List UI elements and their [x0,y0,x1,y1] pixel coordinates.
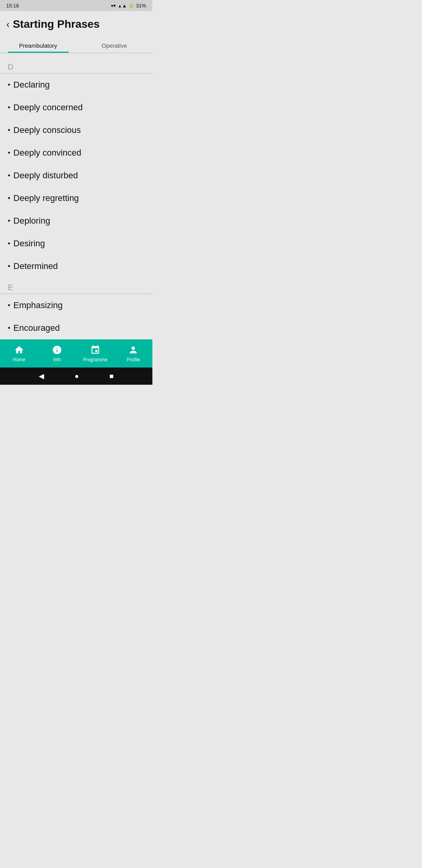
nav-programme-label: Programme [83,357,107,362]
list-item[interactable]: • Deeply disturbed [0,164,152,187]
phrase-deploring: Deploring [13,216,50,226]
list-item[interactable]: • Deeply convinced [0,142,152,164]
status-icons: ▾ ▲ 🔋 31% [111,3,146,9]
nav-profile[interactable]: Profile [114,339,153,368]
header: ‹ Starting Phrases [0,11,152,34]
list-item[interactable]: • Desiring [0,232,152,255]
info-icon [52,344,63,355]
bullet-icon: • [8,127,10,134]
list-item[interactable]: • Deeply regretting [0,187,152,210]
tabs: Preambulatory Operative [0,38,152,53]
home-nav-button[interactable]: ● [75,372,79,380]
bullet-icon: • [8,81,10,88]
list-item[interactable]: • Determined [0,255,152,278]
phrase-deeply-convinced: Deeply convinced [13,148,81,158]
android-nav-bar: ◀ ● ■ [0,368,152,385]
bullet-icon: • [8,217,10,224]
bullet-icon: • [8,104,10,111]
bullet-icon: • [8,172,10,179]
nav-home-label: Home [13,357,25,362]
status-bar: 15:18 ▾ ▲ 🔋 31% [0,0,152,11]
bullet-icon: • [8,302,10,309]
bullet-icon: • [8,149,10,156]
time: 15:18 [6,3,19,9]
nav-home[interactable]: Home [0,339,38,368]
nav-programme[interactable]: Programme [76,339,114,368]
phrase-desiring: Desiring [13,239,45,249]
phrase-emphasizing: Emphasizing [13,300,63,310]
list-item[interactable]: • Deeply conscious [0,119,152,142]
recent-nav-button[interactable]: ■ [109,372,114,380]
bullet-icon: • [8,263,10,270]
battery-level: 31% [136,3,146,9]
section-header-d: D [0,57,152,74]
back-button[interactable]: ‹ [6,19,10,29]
back-nav-button[interactable]: ◀ [39,372,44,380]
nav-info[interactable]: Info [38,339,77,368]
list-item[interactable]: • Deeply concerned [0,96,152,119]
phrase-determined: Determined [13,261,58,271]
home-icon [14,344,25,355]
nav-profile-label: Profile [127,357,140,362]
phrase-deeply-disturbed: Deeply disturbed [13,170,78,181]
bullet-icon: • [8,195,10,202]
section-header-e: E [0,278,152,294]
phrase-deeply-concerned: Deeply concerned [13,102,82,113]
signal-icon: ▲ [118,3,127,9]
phrase-declaring: Declaring [13,80,50,90]
tab-operative[interactable]: Operative [76,38,152,53]
list-item[interactable]: • Deploring [0,210,152,232]
list-item[interactable]: • Declaring [0,74,152,96]
wifi-icon: ▾ [111,3,116,9]
bullet-icon: • [8,240,10,247]
bullet-icon: • [8,325,10,332]
list-item[interactable]: • Emphasizing [0,294,152,317]
battery-icon: 🔋 [129,3,134,8]
list-item[interactable]: • Encouraged [0,317,152,339]
bottom-nav: Home Info Programme Profile [0,339,152,368]
calendar-icon [90,344,101,355]
person-icon [128,344,139,355]
phrase-encouraged: Encouraged [13,323,60,333]
content-area: D • Declaring • Deeply concerned • Deepl… [0,53,152,339]
phrase-deeply-regretting: Deeply regretting [13,193,79,203]
nav-info-label: Info [53,357,61,362]
page-title: Starting Phrases [13,18,100,30]
tab-preambulatory[interactable]: Preambulatory [0,38,76,53]
phrase-deeply-conscious: Deeply conscious [13,125,80,135]
